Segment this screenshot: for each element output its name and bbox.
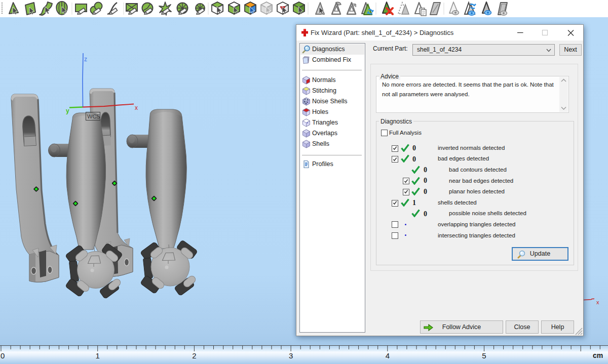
svg-text:4: 4 bbox=[386, 351, 390, 360]
svg-text:x: x bbox=[135, 104, 138, 111]
svg-text:3: 3 bbox=[289, 351, 293, 360]
svg-text:x: x bbox=[596, 299, 599, 305]
svg-text:2: 2 bbox=[192, 351, 196, 360]
svg-text:1: 1 bbox=[96, 351, 100, 360]
svg-text:5: 5 bbox=[482, 351, 486, 360]
svg-text:0: 0 bbox=[1, 351, 5, 360]
svg-text:cm: cm bbox=[593, 351, 603, 359]
svg-text:y: y bbox=[66, 107, 69, 114]
svg-text:z: z bbox=[84, 56, 87, 63]
svg-text:WCS: WCS bbox=[87, 113, 100, 119]
